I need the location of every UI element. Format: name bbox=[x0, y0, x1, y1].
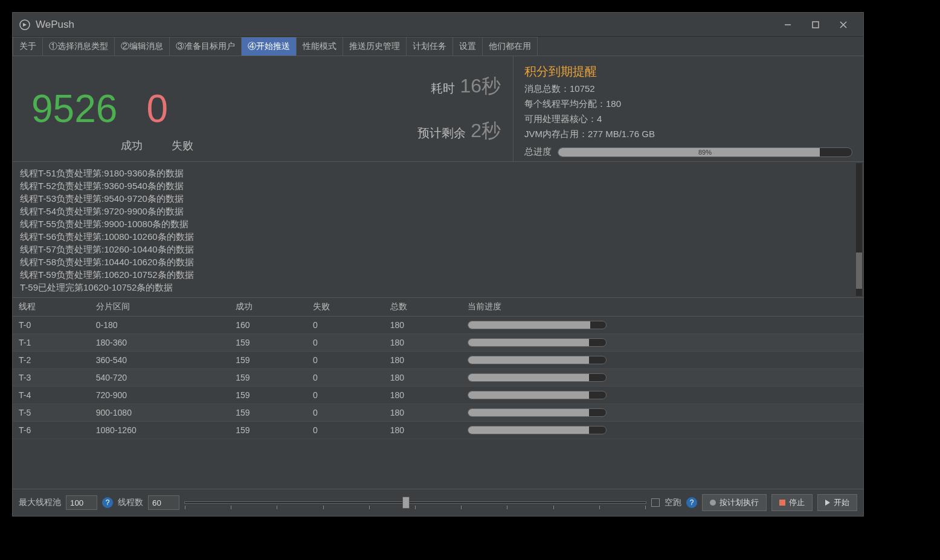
log-scrollbar-thumb[interactable] bbox=[856, 253, 862, 289]
table-row[interactable]: T-2360-5401590180 bbox=[13, 352, 863, 369]
table-row[interactable]: T-00-1801600180 bbox=[13, 317, 863, 334]
tab-4[interactable]: ④开始推送 bbox=[241, 37, 297, 56]
cell-success: 159 bbox=[230, 404, 307, 422]
cell-thread: T-3 bbox=[13, 369, 90, 387]
success-count: 9526 bbox=[31, 86, 117, 131]
cell-range: 720-900 bbox=[90, 387, 230, 404]
content-area: 9526 成功 0 失败 耗时 16秒 预计剩余 2秒 积分到期提醒 消息总数：… bbox=[13, 56, 863, 516]
table-header[interactable]: 失败 bbox=[307, 298, 384, 317]
scheduled-label: 按计划执行 bbox=[719, 497, 759, 508]
log-line: 线程T-59负责处理第:10620-10752条的数据 bbox=[20, 268, 856, 281]
log-line: 线程T-56负责处理第:10080-10260条的数据 bbox=[20, 230, 856, 243]
stop-icon bbox=[779, 500, 785, 506]
stats-mid: 耗时 16秒 预计剩余 2秒 bbox=[212, 56, 513, 161]
cell-range: 360-540 bbox=[90, 352, 230, 369]
cell-total: 180 bbox=[384, 422, 462, 439]
tab-7[interactable]: 计划任务 bbox=[406, 37, 453, 56]
task-title: 积分到期提醒 bbox=[524, 63, 852, 80]
stats-row: 9526 成功 0 失败 耗时 16秒 预计剩余 2秒 积分到期提醒 消息总数：… bbox=[13, 56, 863, 162]
table-row[interactable]: T-4720-9001590180 bbox=[13, 387, 863, 404]
overall-progress-bar: 89% bbox=[558, 147, 852, 157]
tab-1[interactable]: ①选择消息类型 bbox=[42, 37, 115, 56]
start-label: 开始 bbox=[834, 497, 849, 508]
table-header[interactable]: 成功 bbox=[230, 298, 307, 317]
cell-range: 180-360 bbox=[90, 334, 230, 352]
thread-table-wrap: 线程分片区间成功失败总数当前进度 T-00-1801600180T-1180-3… bbox=[13, 298, 863, 489]
task-total: 消息总数：10752 bbox=[524, 83, 852, 95]
table-row[interactable]: T-61080-12601590180 bbox=[13, 422, 863, 439]
cell-range: 1080-1260 bbox=[90, 422, 230, 439]
cell-success: 159 bbox=[230, 352, 307, 369]
help-icon[interactable]: ? bbox=[686, 497, 697, 508]
tab-5[interactable]: 性能模式 bbox=[296, 37, 343, 56]
circle-icon bbox=[710, 500, 716, 506]
cell-success: 160 bbox=[230, 317, 307, 334]
table-header[interactable]: 线程 bbox=[13, 298, 90, 317]
cell-thread: T-0 bbox=[13, 317, 90, 334]
cell-success: 159 bbox=[230, 422, 307, 439]
table-row[interactable]: T-3540-7201590180 bbox=[13, 369, 863, 387]
play-icon bbox=[825, 500, 830, 506]
log-line: 线程T-57负责处理第:10260-10440条的数据 bbox=[20, 243, 856, 256]
cell-total: 180 bbox=[384, 369, 462, 387]
log-line: 线程T-58负责处理第:10440-10620条的数据 bbox=[20, 256, 856, 268]
cell-total: 180 bbox=[384, 352, 462, 369]
help-icon[interactable]: ? bbox=[102, 497, 113, 508]
start-button[interactable]: 开始 bbox=[817, 494, 857, 511]
cell-thread: T-4 bbox=[13, 387, 90, 404]
stop-label: 停止 bbox=[789, 497, 805, 508]
cell-thread: T-6 bbox=[13, 422, 90, 439]
cell-thread: T-2 bbox=[13, 352, 90, 369]
tab-3[interactable]: ③准备目标用户 bbox=[169, 37, 242, 56]
cell-progress bbox=[462, 404, 863, 422]
maximize-button[interactable] bbox=[802, 13, 829, 37]
stop-button[interactable]: 停止 bbox=[771, 494, 813, 511]
dryrun-checkbox[interactable] bbox=[651, 498, 660, 507]
overall-progress-label: 总进度 bbox=[524, 146, 552, 158]
svg-rect-2 bbox=[813, 22, 819, 28]
overall-progress-row: 总进度 89% bbox=[524, 146, 852, 158]
cell-thread: T-1 bbox=[13, 334, 90, 352]
threads-input[interactable] bbox=[148, 495, 179, 510]
app-icon bbox=[19, 19, 31, 31]
table-header[interactable]: 分片区间 bbox=[90, 298, 230, 317]
cell-range: 0-180 bbox=[90, 317, 230, 334]
tab-6[interactable]: 推送历史管理 bbox=[343, 37, 407, 56]
table-header[interactable]: 总数 bbox=[384, 298, 462, 317]
close-button[interactable] bbox=[829, 13, 857, 37]
cell-progress bbox=[462, 334, 863, 352]
cell-fail: 0 bbox=[307, 369, 384, 387]
log-line: 线程T-52负责处理第:9360-9540条的数据 bbox=[20, 179, 856, 192]
cell-fail: 0 bbox=[307, 422, 384, 439]
cell-progress bbox=[462, 352, 863, 369]
fail-count: 0 bbox=[146, 86, 168, 131]
log-line: 线程T-55负责处理第:9900-10080条的数据 bbox=[20, 217, 856, 230]
cell-range: 900-1080 bbox=[90, 404, 230, 422]
cell-progress bbox=[462, 369, 863, 387]
app-title: WePush bbox=[36, 19, 74, 31]
table-row[interactable]: T-1180-3601590180 bbox=[13, 334, 863, 352]
scheduled-button[interactable]: 按计划执行 bbox=[702, 494, 767, 511]
tab-9[interactable]: 他们都在用 bbox=[482, 37, 538, 56]
elapsed-label: 耗时 bbox=[431, 80, 455, 97]
dryrun-label: 空跑 bbox=[665, 497, 681, 508]
tab-0[interactable]: 关于 bbox=[13, 37, 43, 56]
max-pool-input[interactable] bbox=[66, 495, 97, 510]
task-info: 积分到期提醒 消息总数：10752 每个线程平均分配：180 可用处理器核心：4… bbox=[513, 56, 863, 161]
log-line: 线程T-51负责处理第:9180-9360条的数据 bbox=[20, 167, 856, 179]
slider-thumb[interactable] bbox=[402, 497, 410, 509]
cell-progress bbox=[462, 317, 863, 334]
log-area[interactable]: 线程T-51负责处理第:9180-9360条的数据线程T-52负责处理第:936… bbox=[13, 162, 863, 298]
threads-slider[interactable] bbox=[184, 495, 646, 510]
table-row[interactable]: T-5900-10801590180 bbox=[13, 404, 863, 422]
cell-success: 159 bbox=[230, 387, 307, 404]
cell-progress bbox=[462, 422, 863, 439]
tab-2[interactable]: ②编辑消息 bbox=[114, 37, 170, 56]
cell-success: 159 bbox=[230, 369, 307, 387]
max-pool-label: 最大线程池 bbox=[19, 497, 61, 508]
table-header[interactable]: 当前进度 bbox=[462, 298, 863, 317]
tab-8[interactable]: 设置 bbox=[452, 37, 483, 56]
cell-range: 540-720 bbox=[90, 369, 230, 387]
overall-progress-text: 89% bbox=[698, 148, 712, 156]
minimize-button[interactable] bbox=[774, 13, 802, 37]
